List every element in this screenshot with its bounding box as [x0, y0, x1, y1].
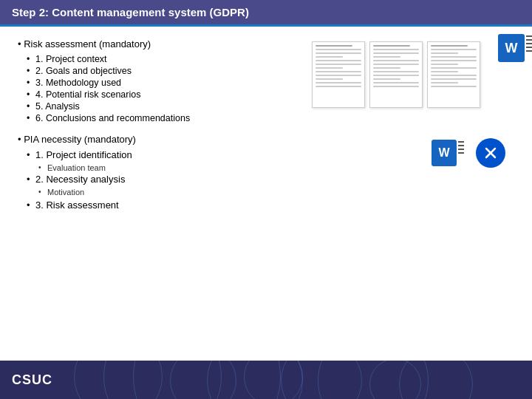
doc-line	[316, 45, 352, 47]
deco-arc	[399, 361, 473, 399]
doc-line	[373, 49, 419, 50]
list-item: 4. Potential risk scenarios	[18, 89, 514, 100]
word-icon-lines	[526, 35, 532, 52]
header-title: Step 2: Content management system (GDPR)	[12, 6, 249, 18]
word-line	[458, 145, 464, 146]
list-item: 6. Conclusions and recommendations	[18, 113, 514, 123]
word-line-1	[526, 35, 532, 37]
pia-sub-item-2: 2. Necessity analysis	[18, 174, 514, 185]
footer-decoration	[59, 361, 502, 399]
list-item: 1. Project context	[18, 54, 514, 64]
page-header: Step 2: Content management system (GDPR)	[0, 0, 532, 24]
footer: CSUC	[0, 361, 532, 399]
doc-line	[431, 49, 477, 50]
footer-logo: CSUC	[12, 372, 52, 388]
pia-sub-item-3: 3. Risk assessment	[18, 200, 514, 211]
word-line-5	[526, 50, 532, 52]
pia-sub-item-1: 1. Project identification	[18, 149, 514, 160]
pia-sub-sub-item-2: Motivation	[18, 188, 514, 197]
list-item: 2. Goals and objectives	[18, 66, 514, 76]
main-content: W • Risk assessment (mandatory) 1. Proje…	[0, 27, 532, 219]
list-item: 3. Methodology used	[18, 78, 514, 88]
pia-section: W • PIA	[18, 134, 514, 211]
word-line-4	[526, 47, 532, 48]
word-line-3	[526, 43, 532, 44]
doc-line	[431, 45, 468, 47]
pia-sub-sub-item-1: Evaluation team	[18, 163, 514, 172]
word-line	[458, 141, 464, 143]
list-item: 5. Analysis	[18, 101, 514, 112]
doc-line	[316, 49, 361, 50]
word-line-2	[526, 39, 532, 41]
doc-line	[373, 45, 410, 47]
